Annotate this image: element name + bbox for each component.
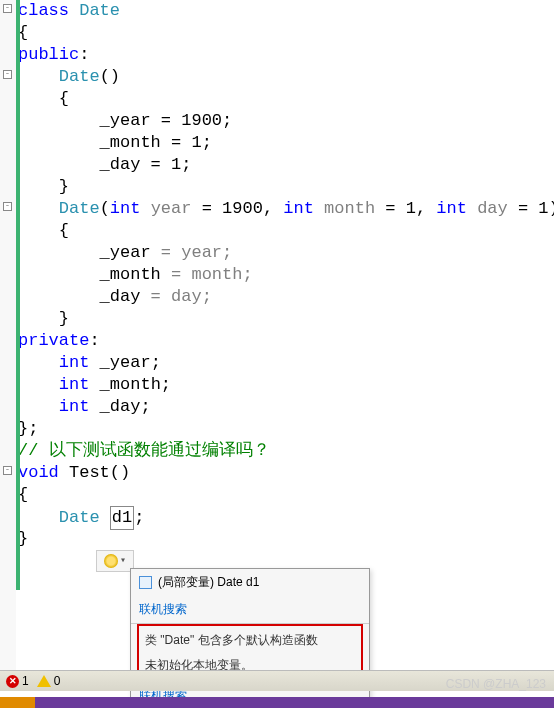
code-line: } [18,176,554,198]
variable-icon [139,576,152,589]
code-line: _month = month; [18,264,554,286]
error-message: 类 "Date" 包含多个默认构造函数 [143,628,357,653]
quick-fix-button[interactable]: ▾ [96,550,134,572]
code-line: }; [18,418,554,440]
code-line: private: [18,330,554,352]
code-line: void Test() [18,462,554,484]
code-line: } [18,528,554,550]
code-line: { [18,88,554,110]
code-line: { [18,484,554,506]
code-line: // 以下测试函数能通过编译吗？ [18,440,554,462]
chevron-down-icon: ▾ [120,550,126,572]
code-line: Date(int year = 1900, int month = 1, int… [18,198,554,220]
code-line: int _month; [18,374,554,396]
code-line: int _year; [18,352,554,374]
error-highlight[interactable]: d1 [110,506,134,530]
change-indicator [16,0,20,590]
code-line: _month = 1; [18,132,554,154]
fold-toggle[interactable]: - [3,466,12,475]
code-line: } [18,308,554,330]
fold-toggle[interactable]: - [3,202,12,211]
code-line: public: [18,44,554,66]
outline-gutter: - - - - [0,0,16,670]
warning-count[interactable]: 0 [37,674,61,688]
fold-toggle[interactable]: - [3,4,12,13]
code-line: int _day; [18,396,554,418]
footer-bar [0,697,554,708]
error-icon: ✕ [6,675,19,688]
code-line: Date d1; [18,506,554,528]
warning-icon [37,675,51,687]
code-line: { [18,220,554,242]
tooltip-header: (局部变量) Date d1 [131,569,369,596]
tooltip-search-link[interactable]: 联机搜索 [131,596,369,623]
code-line: { [18,22,554,44]
code-line: Date() [18,66,554,88]
lightbulb-icon [104,554,118,568]
code-line: _year = 1900; [18,110,554,132]
watermark: CSDN @ZHA_123 [446,677,546,691]
fold-toggle[interactable]: - [3,70,12,79]
error-count[interactable]: ✕ 1 [6,674,29,688]
code-line: _year = year; [18,242,554,264]
code-line: _day = 1; [18,154,554,176]
code-line: class Date [18,0,554,22]
code-line: _day = day; [18,286,554,308]
footer-accent [0,697,35,708]
